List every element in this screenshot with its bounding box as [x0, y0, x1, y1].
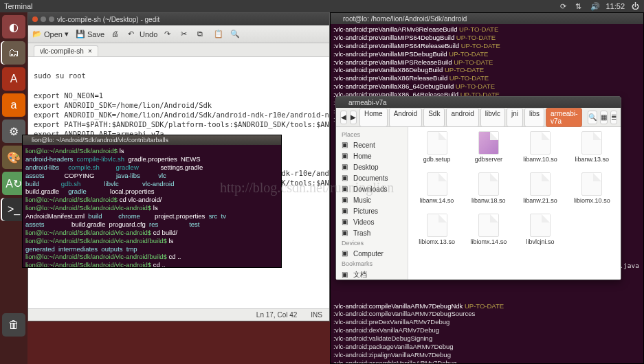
- redo-icon: ↷: [164, 30, 174, 39]
- file-item[interactable]: libanw.21.so: [516, 172, 565, 211]
- cut-icon: ✂: [181, 30, 190, 39]
- gedit-tab-label: vlc-compile-sh: [40, 47, 84, 55]
- launcher-software-center[interactable]: A: [2, 67, 25, 91]
- breadcrumb-segment[interactable]: libs: [524, 108, 544, 127]
- sidebar-item[interactable]: ▣Videos: [336, 216, 408, 227]
- undo-icon: ↶: [128, 30, 137, 39]
- maximize-icon[interactable]: [49, 16, 54, 22]
- sidebar-item[interactable]: ▣Home: [336, 150, 408, 161]
- sidebar-header: Devices: [336, 238, 408, 248]
- power-indicator-icon[interactable]: ⏻: [632, 2, 640, 10]
- cut-button[interactable]: ✂: [181, 30, 190, 39]
- breadcrumb-segment[interactable]: armeabi-v7a: [546, 108, 582, 127]
- folder-icon: ▣: [342, 141, 350, 149]
- folder-icon: ▣: [342, 185, 350, 193]
- paste-button[interactable]: 📋: [214, 30, 223, 39]
- undo-label: Undo: [140, 30, 157, 38]
- sidebar-item-label: Home: [353, 152, 372, 160]
- file-item[interactable]: libiomx.10.so: [568, 172, 617, 211]
- tab-close-icon[interactable]: ×: [88, 47, 92, 55]
- redo-button[interactable]: ↷: [164, 30, 174, 39]
- file-icon: [427, 131, 447, 155]
- undo-button[interactable]: ↶Undo: [128, 30, 157, 39]
- sidebar-item-label: Music: [353, 196, 371, 204]
- sidebar-item[interactable]: ▣Downloads: [336, 183, 408, 194]
- search-button[interactable]: 🔍: [230, 30, 240, 39]
- gedit-statusbar: Ln 17, Col 42 INS: [28, 308, 329, 321]
- folder-icon: ▣: [342, 207, 350, 215]
- breadcrumb-segment[interactable]: Home: [359, 108, 388, 127]
- sound-indicator-icon[interactable]: 🔊: [590, 2, 599, 10]
- breadcrumb-segment[interactable]: jni: [507, 108, 523, 127]
- print-icon: 🖨: [111, 30, 121, 39]
- sidebar-item[interactable]: ▣Pictures: [336, 205, 408, 216]
- file-item[interactable]: libanw.13.so: [568, 131, 617, 170]
- network-indicator-icon[interactable]: ⇅: [575, 2, 584, 10]
- file-label: libanw.14.so: [420, 197, 454, 204]
- launcher-files[interactable]: 🗂: [2, 41, 25, 65]
- nautilus-window[interactable]: armeabi-v7a ◀ ▶ HomeAndroidSdkandroidlib…: [335, 96, 621, 280]
- terminal-window-user[interactable]: lion@lo: ~/Android/Sdk/android/vlc/contr…: [22, 135, 282, 268]
- sidebar-item[interactable]: ▣Trash: [336, 227, 408, 238]
- nautilus-titlebar[interactable]: armeabi-v7a: [336, 97, 621, 108]
- copy-button[interactable]: ⧉: [197, 30, 207, 39]
- back-button[interactable]: ◀: [340, 111, 347, 124]
- sidebar-item[interactable]: ▣Documents: [336, 172, 408, 183]
- indicator-area: ⟳ ⇅ 🔊 11:52 ⏻: [560, 2, 640, 10]
- file-item[interactable]: libiomx.14.so: [464, 214, 513, 252]
- folder-icon: ▣: [342, 196, 350, 204]
- sidebar-item[interactable]: ▣Recent: [336, 139, 408, 150]
- folder-icon: ▣: [342, 249, 350, 258]
- folder-icon: ▣: [342, 229, 350, 237]
- gedit-insert-mode: INS: [311, 311, 322, 319]
- nautilus-sidebar: Places▣Recent▣Home▣Desktop▣Documents▣Dow…: [336, 127, 408, 280]
- file-label: libanw.21.so: [523, 197, 557, 204]
- breadcrumb-segment[interactable]: android: [446, 108, 478, 127]
- terminal-root-titlebar[interactable]: root@lo: /home/lion/Android/Sdk/android: [331, 13, 643, 24]
- terminal-user-titlebar[interactable]: lion@lo: ~/Android/Sdk/android/vlc/contr…: [23, 135, 281, 145]
- gedit-tab-active[interactable]: vlc-compile-sh×: [34, 45, 98, 56]
- launcher-trash[interactable]: 🗑: [2, 313, 25, 337]
- save-icon: 💾: [76, 30, 85, 39]
- file-label: gdb.setup: [423, 156, 451, 163]
- breadcrumb: HomeAndroidSdkandroidlibvlcjnilibsarmeab…: [359, 108, 582, 127]
- forward-button[interactable]: ▶: [350, 111, 357, 124]
- sidebar-item[interactable]: ▣Music: [336, 194, 408, 205]
- close-icon[interactable]: [32, 16, 38, 22]
- sidebar-item[interactable]: ▣Computer: [336, 248, 408, 259]
- sidebar-item-label: Documents: [353, 174, 388, 182]
- breadcrumb-segment[interactable]: Android: [389, 108, 422, 127]
- gedit-cursor-pos: Ln 17, Col 42: [256, 311, 298, 319]
- file-icon: [581, 131, 602, 155]
- view-grid-button[interactable]: ▦: [600, 111, 608, 124]
- breadcrumb-segment[interactable]: Sdk: [423, 108, 445, 127]
- gedit-titlebar[interactable]: vlc-compile-sh (~/Desktop) - gedit: [28, 13, 329, 25]
- paste-icon: 📋: [214, 30, 223, 39]
- file-item[interactable]: gdbserver: [464, 131, 513, 170]
- minimize-icon[interactable]: [41, 16, 46, 22]
- search-button[interactable]: 🔍: [588, 111, 597, 124]
- file-item[interactable]: gdb.setup: [412, 131, 461, 170]
- nautilus-content[interactable]: gdb.setupgdbserverlibanw.10.solibanw.13.…: [408, 127, 621, 280]
- save-button[interactable]: 💾Save: [76, 30, 104, 39]
- print-button[interactable]: 🖨: [111, 30, 121, 39]
- file-item[interactable]: libanw.14.so: [412, 172, 461, 211]
- launcher-amazon[interactable]: a: [2, 93, 25, 117]
- file-icon: [530, 214, 551, 237]
- sidebar-item[interactable]: ▣文档: [336, 269, 408, 280]
- file-icon: [427, 172, 447, 196]
- file-item[interactable]: libvlcjni.so: [516, 214, 565, 252]
- file-item[interactable]: libanw.10.so: [516, 131, 565, 170]
- view-list-button[interactable]: ≣: [610, 111, 617, 124]
- nautilus-toolbar: ◀ ▶ HomeAndroidSdkandroidlibvlcjnilibsar…: [336, 108, 621, 127]
- launcher-dash[interactable]: ◐: [2, 15, 25, 38]
- clock[interactable]: 11:52: [606, 2, 625, 10]
- updates-indicator-icon[interactable]: ⟳: [560, 2, 568, 10]
- breadcrumb-segment[interactable]: libvlc: [480, 108, 505, 127]
- terminal-user-body[interactable]: lion@lo:~/Android/Sdk/android$ lsandroid…: [23, 145, 281, 267]
- file-item[interactable]: libiomx.13.so: [412, 214, 461, 252]
- file-item[interactable]: libanw.18.so: [464, 172, 513, 211]
- sidebar-header: Bookmarks: [336, 259, 408, 269]
- sidebar-item[interactable]: ▣Desktop: [336, 161, 408, 172]
- open-button[interactable]: 📂Open▾: [32, 30, 69, 39]
